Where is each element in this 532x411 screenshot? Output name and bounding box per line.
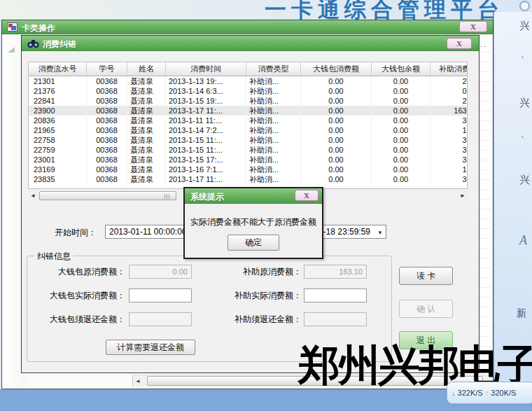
wallet-actual-label: 大钱包实际消费额： (33, 288, 125, 302)
table-cell: 3.50 (430, 116, 468, 125)
dialog-titlebar[interactable]: 系统提示 X (185, 188, 322, 204)
table-row[interactable]: 2390000368聂清泉2013-1-17 11:...补助消...0.000… (29, 106, 467, 116)
table-cell: 21376 (29, 86, 87, 96)
table-row[interactable]: 2300100368聂清泉2013-1-15 17:...补助消...0.000… (29, 155, 467, 165)
table-row[interactable]: 2137600368聂清泉2013-1-14 6:3...补助消...0.000… (29, 86, 467, 96)
table-cell: 0.00 (301, 174, 372, 184)
table-cell: 0.00 (301, 86, 372, 96)
calculate-refund-button[interactable]: 计算需要退还金额 (106, 340, 195, 355)
table-cell: 163.10 (430, 106, 468, 116)
row-lines-strip (478, 43, 491, 377)
start-time-label: 开始时间： (55, 227, 97, 239)
table-cell: 23900 (29, 106, 87, 116)
read-card-button[interactable]: 读 卡 (399, 267, 453, 285)
column-header[interactable]: 消费类型 (246, 62, 301, 76)
table-cell: 2.56 (430, 76, 468, 86)
window-title: 消费纠错 (43, 39, 76, 50)
table-cell: 21301 (29, 76, 87, 86)
subsidy-actual-label: 补助实际消费额： (204, 288, 302, 302)
scroll-right-icon[interactable]: ► (460, 192, 465, 200)
card-operations-titlebar[interactable]: 卡类操作 X (2, 20, 493, 34)
table-cell: 补助消... (246, 106, 301, 116)
column-header[interactable]: 消费时间 (166, 62, 246, 76)
subsidy-original-label: 补助原消费额： (204, 265, 302, 279)
column-header[interactable]: 姓名 (127, 62, 166, 76)
table-cell: 0.00 (372, 174, 430, 184)
table-cell: 2013-1-17 11:... (166, 174, 246, 184)
chevron-down-icon[interactable]: ▼ (377, 227, 383, 239)
table-cell: 0.00 (372, 106, 430, 116)
table-cell: 聂清泉 (127, 106, 166, 116)
table-cell: 2013-1-16 7:1... (166, 165, 246, 174)
background-app-header: 一卡通综合管理平台 (0, 0, 532, 20)
side-item[interactable]: 兴 (519, 97, 530, 109)
table-cell: 00368 (87, 155, 127, 165)
side-item[interactable]: 兴 (519, 174, 530, 186)
subsidy-actual-input[interactable] (304, 288, 367, 302)
side-item[interactable]: 丶 (519, 53, 526, 64)
table-cell: 00368 (87, 76, 127, 86)
table-cell: 聂清泉 (127, 165, 166, 174)
table-cell: 聂清泉 (127, 96, 166, 106)
table-cell: 00368 (87, 116, 127, 125)
app-title: 一卡通综合管理平台 (265, 0, 504, 20)
table-cell: 补助消... (246, 174, 301, 184)
subsidy-original-field: 163.10 (304, 265, 367, 279)
confirm-button[interactable]: 确 认 (399, 300, 453, 318)
close-icon[interactable]: X (447, 38, 472, 49)
table-body: 2130100368聂清泉2013-1-13 19:...补助消...0.000… (29, 76, 467, 184)
table-cell: 0.00 (301, 106, 372, 116)
table-cell: 补助消... (246, 135, 301, 145)
table-cell: 0.87 (430, 86, 468, 96)
scroll-left-icon[interactable]: ◄ (30, 192, 36, 200)
table-cell: 23001 (29, 155, 87, 165)
help-icon[interactable] (519, 1, 530, 11)
table-cell: 2.41 (430, 96, 468, 106)
table-row[interactable]: 2083600368聂清泉2013-1-11 11:...补助消...0.000… (29, 116, 467, 125)
table-cell: 0.00 (301, 116, 372, 125)
table-cell: 00368 (87, 96, 127, 106)
window-grid-icon (7, 22, 18, 32)
table-cell: 补助消... (246, 86, 301, 96)
close-icon[interactable]: X (295, 190, 318, 201)
table-cell: 0.00 (372, 96, 430, 106)
wallet-actual-input[interactable] (129, 288, 192, 302)
side-item[interactable]: 新 (517, 307, 526, 319)
table-cell: 3.50 (430, 155, 468, 165)
window-title: 卡类操作 (22, 22, 55, 34)
table-cell: 22759 (29, 145, 87, 155)
column-header[interactable]: 补助消费额 (430, 62, 468, 76)
ok-button[interactable]: 确定 (227, 235, 279, 251)
column-header[interactable]: 消费流水号 (29, 62, 87, 76)
table-cell: 0.00 (372, 76, 430, 86)
side-item[interactable]: A (519, 235, 527, 246)
table-row[interactable]: 2275800368聂清泉2013-1-15 11:...补助消...0.000… (29, 135, 467, 145)
consumption-correction-titlebar[interactable]: 消费纠错 X (22, 36, 479, 51)
side-item[interactable]: 丶 (519, 132, 526, 144)
scroll-left-icon[interactable]: ◄ (135, 377, 141, 386)
table-row[interactable]: 2130100368聂清泉2013-1-13 19:...补助消...0.000… (29, 76, 467, 86)
column-header[interactable]: 大钱包余额 (372, 62, 430, 76)
table-cell: 2013-1-15 11:... (166, 145, 246, 155)
table-row[interactable]: 2196500368聂清泉2013-1-14 7:2...补助消...0.000… (29, 125, 467, 135)
column-header[interactable]: 学号 (87, 62, 127, 76)
side-item[interactable]: 兴 (519, 20, 530, 32)
wallet-refund-field (129, 312, 192, 326)
table-cell: 补助消... (246, 165, 301, 174)
column-header[interactable]: 大钱包消费额 (301, 62, 372, 76)
table-cell: 0.00 (301, 145, 372, 155)
table-cell: 2013-1-14 6:3... (166, 86, 246, 96)
table-row[interactable]: 2284100368聂清泉2013-1-15 19:...补助消...0.000… (29, 96, 467, 106)
table-row[interactable]: 2383500368聂清泉2013-1-17 11:...补助消...0.000… (29, 174, 467, 184)
scrollbar-thumb[interactable] (39, 191, 176, 200)
table-cell: 0.00 (301, 96, 372, 106)
table-cell: 2013-1-15 19:... (166, 96, 246, 106)
table-cell: 1.50 (430, 125, 468, 135)
table-row[interactable]: 2316900368聂清泉2013-1-16 7:1...补助消...0.000… (29, 165, 467, 174)
table-cell: 2013-1-14 7:2... (166, 125, 246, 135)
close-icon[interactable]: X (459, 21, 487, 32)
table-cell: 0.00 (301, 135, 372, 145)
subsidy-refund-label: 补助须退还金额： (204, 312, 302, 326)
network-speed-popup: ↓ 322K/S ↑ 320K/S (447, 382, 532, 404)
table-row[interactable]: 2275900368聂清泉2013-1-15 11:...补助消...0.000… (29, 145, 467, 155)
